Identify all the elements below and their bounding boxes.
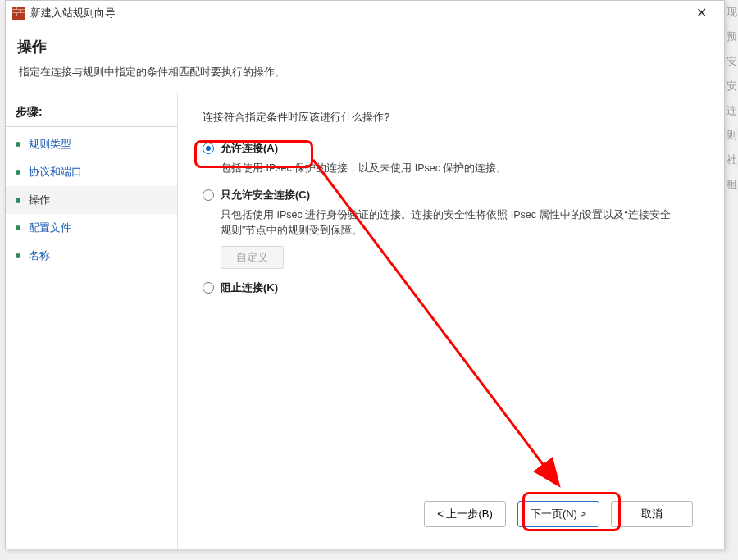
bullet-icon	[16, 142, 20, 147]
radio-block[interactable]	[203, 282, 214, 294]
titlebar: 新建入站规则向导 ✕	[6, 1, 724, 25]
window-title: 新建入站规则向导	[30, 6, 685, 20]
footer-buttons: < 上一步(B) 下一页(N) > 取消	[203, 489, 701, 540]
option-allow-secure-label: 只允许安全连接(C)	[221, 188, 310, 203]
cancel-label: 取消	[641, 507, 663, 521]
option-allow-secure-row[interactable]: 只允许安全连接(C)	[203, 188, 701, 203]
step-name[interactable]: 名称	[6, 242, 177, 270]
option-allow-row[interactable]: 允许连接(A)	[203, 141, 701, 156]
next-label: 下一页(N) >	[531, 507, 586, 521]
svg-rect-4	[16, 7, 17, 9]
background-crop: 现 预 安 安 连 则 社 租	[727, 0, 738, 558]
step-label: 配置文件	[29, 221, 71, 235]
option-allow: 允许连接(A) 包括使用 IPsec 保护的连接，以及未使用 IPsec 保护的…	[203, 141, 701, 176]
option-allow-secure: 只允许安全连接(C) 只包括使用 IPsec 进行身份验证的连接。连接的安全性将…	[203, 188, 701, 270]
option-block-label: 阻止连接(K)	[221, 280, 278, 295]
step-rule-type[interactable]: 规则类型	[6, 130, 177, 158]
step-label: 名称	[29, 248, 50, 263]
page-subtitle: 指定在连接与规则中指定的条件相匹配时要执行的操作。	[17, 65, 713, 80]
bullet-icon	[16, 170, 20, 175]
step-label: 规则类型	[29, 137, 71, 152]
option-allow-label: 允许连接(A)	[221, 141, 278, 156]
back-button[interactable]: < 上一步(B)	[424, 501, 506, 527]
option-allow-secure-desc: 只包括使用 IPsec 进行身份验证的连接。连接的安全性将依照 IPsec 属性…	[221, 207, 680, 239]
action-question: 连接符合指定条件时应该进行什么操作?	[203, 110, 701, 125]
bullet-icon	[16, 225, 20, 230]
customize-button: 自定义	[221, 246, 284, 269]
svg-rect-3	[12, 16, 25, 16]
wizard-body: 步骤: 规则类型 协议和端口 操作 配置文件 名称	[6, 93, 724, 549]
svg-rect-5	[20, 10, 21, 12]
option-block-row[interactable]: 阻止连接(K)	[203, 280, 701, 295]
wizard-window: 新建入站规则向导 ✕ 操作 指定在连接与规则中指定的条件相匹配时要执行的操作。 …	[5, 0, 725, 549]
radio-allow[interactable]	[203, 143, 214, 154]
step-action[interactable]: 操作	[6, 186, 177, 214]
steps-heading: 步骤:	[6, 102, 177, 127]
wizard-header: 操作 指定在连接与规则中指定的条件相匹配时要执行的操作。	[6, 25, 724, 93]
firewall-icon	[12, 7, 25, 20]
option-allow-desc: 包括使用 IPsec 保护的连接，以及未使用 IPsec 保护的连接。	[221, 161, 680, 176]
next-button[interactable]: 下一页(N) >	[517, 501, 599, 527]
content-pane: 连接符合指定条件时应该进行什么操作? 允许连接(A) 包括使用 IPsec 保护…	[178, 93, 724, 549]
back-label: < 上一步(B)	[437, 507, 493, 521]
svg-rect-1	[12, 9, 25, 10]
step-protocol-port[interactable]: 协议和端口	[6, 158, 177, 186]
option-block: 阻止连接(K)	[203, 280, 701, 295]
radio-allow-secure[interactable]	[203, 189, 214, 201]
step-profile[interactable]: 配置文件	[6, 214, 177, 242]
cancel-button[interactable]: 取消	[611, 501, 693, 527]
svg-rect-6	[16, 13, 17, 16]
svg-rect-2	[12, 12, 25, 13]
page-title: 操作	[17, 37, 713, 57]
bullet-icon	[16, 198, 20, 203]
step-label: 协议和端口	[29, 165, 82, 180]
step-label: 操作	[29, 193, 50, 207]
steps-pane: 步骤: 规则类型 协议和端口 操作 配置文件 名称	[6, 93, 178, 549]
close-button[interactable]: ✕	[685, 2, 718, 25]
bullet-icon	[16, 253, 20, 258]
